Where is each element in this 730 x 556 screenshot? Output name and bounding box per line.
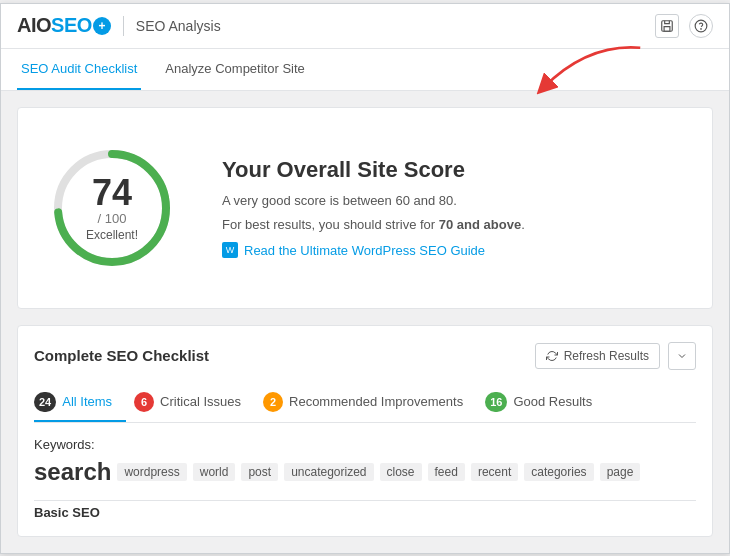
checklist-header: Complete SEO Checklist Refresh Results bbox=[34, 342, 696, 370]
logo-plus: + bbox=[93, 17, 111, 35]
score-desc2: For best results, you should strive for … bbox=[222, 215, 525, 235]
checklist-title: Complete SEO Checklist bbox=[34, 347, 209, 364]
badge-good: 16 bbox=[485, 392, 507, 412]
logo: AIOSEO+ bbox=[17, 14, 111, 37]
badge-critical: 6 bbox=[134, 392, 154, 412]
score-total: / 100 bbox=[86, 210, 138, 225]
chevron-down-icon bbox=[676, 350, 688, 362]
logo-seo: SEO bbox=[51, 14, 92, 37]
score-title: Your Overall Site Score bbox=[222, 157, 525, 183]
score-label: Excellent! bbox=[86, 227, 138, 241]
keywords-label: Keywords: bbox=[34, 437, 696, 452]
logo-aio: AIO bbox=[17, 14, 51, 37]
score-link[interactable]: W Read the Ultimate WordPress SEO Guide bbox=[222, 242, 525, 258]
score-circle: 74 / 100 Excellent! bbox=[42, 138, 182, 278]
svg-point-2 bbox=[701, 28, 702, 29]
filter-good-label: Good Results bbox=[513, 394, 592, 409]
content: 74 / 100 Excellent! Your Overall Site Sc… bbox=[1, 91, 729, 553]
save-icon[interactable] bbox=[655, 14, 679, 38]
keyword-tag[interactable]: close bbox=[380, 463, 422, 481]
tab-audit[interactable]: SEO Audit Checklist bbox=[17, 49, 141, 90]
header-actions bbox=[655, 14, 713, 38]
tabs: SEO Audit Checklist Analyze Competitor S… bbox=[1, 49, 729, 91]
score-card: 74 / 100 Excellent! Your Overall Site Sc… bbox=[17, 107, 713, 309]
badge-all: 24 bbox=[34, 392, 56, 412]
keyword-tag[interactable]: feed bbox=[428, 463, 465, 481]
keyword-tag[interactable]: page bbox=[600, 463, 641, 481]
keyword-tag[interactable]: recent bbox=[471, 463, 518, 481]
keyword-main: search bbox=[34, 458, 111, 486]
filter-all[interactable]: 24 All Items bbox=[34, 384, 126, 422]
filter-all-label: All Items bbox=[62, 394, 112, 409]
score-desc1: A very good score is between 60 and 80. bbox=[222, 191, 525, 211]
keywords-section: Keywords: search wordpress world post un… bbox=[34, 437, 696, 486]
score-value: 74 bbox=[86, 174, 138, 210]
link-text: Read the Ultimate WordPress SEO Guide bbox=[244, 243, 485, 258]
keyword-tag[interactable]: categories bbox=[524, 463, 593, 481]
basic-seo-label: Basic SEO bbox=[34, 500, 696, 520]
refresh-label: Refresh Results bbox=[564, 349, 649, 363]
chevron-button[interactable] bbox=[668, 342, 696, 370]
keywords-row: search wordpress world post uncategorize… bbox=[34, 458, 696, 486]
checklist-card: Complete SEO Checklist Refresh Results bbox=[17, 325, 713, 537]
badge-recommended: 2 bbox=[263, 392, 283, 412]
score-desc2-bold: 70 and above bbox=[439, 217, 521, 232]
link-icon: W bbox=[222, 242, 238, 258]
filter-critical-label: Critical Issues bbox=[160, 394, 241, 409]
keyword-tag[interactable]: wordpress bbox=[117, 463, 186, 481]
refresh-icon bbox=[546, 350, 558, 362]
keyword-tag[interactable]: world bbox=[193, 463, 236, 481]
refresh-button[interactable]: Refresh Results bbox=[535, 343, 660, 369]
keyword-tag[interactable]: uncategorized bbox=[284, 463, 373, 481]
tabs-wrapper: SEO Audit Checklist Analyze Competitor S… bbox=[1, 49, 729, 91]
score-info: Your Overall Site Score A very good scor… bbox=[222, 157, 525, 258]
help-icon[interactable] bbox=[689, 14, 713, 38]
filter-critical[interactable]: 6 Critical Issues bbox=[134, 384, 255, 422]
filter-recommended[interactable]: 2 Recommended Improvements bbox=[263, 384, 477, 422]
header-divider bbox=[123, 16, 124, 36]
filter-good[interactable]: 16 Good Results bbox=[485, 384, 606, 422]
filter-recommended-label: Recommended Improvements bbox=[289, 394, 463, 409]
header-title: SEO Analysis bbox=[136, 18, 221, 34]
tab-competitor[interactable]: Analyze Competitor Site bbox=[161, 49, 308, 90]
app-window: AIOSEO+ SEO Analysis SEO Audit Checklist… bbox=[0, 3, 730, 554]
keyword-tag[interactable]: post bbox=[241, 463, 278, 481]
header: AIOSEO+ SEO Analysis bbox=[1, 4, 729, 49]
filter-tabs: 24 All Items 6 Critical Issues 2 Recomme… bbox=[34, 384, 696, 423]
circle-text: 74 / 100 Excellent! bbox=[86, 174, 138, 241]
